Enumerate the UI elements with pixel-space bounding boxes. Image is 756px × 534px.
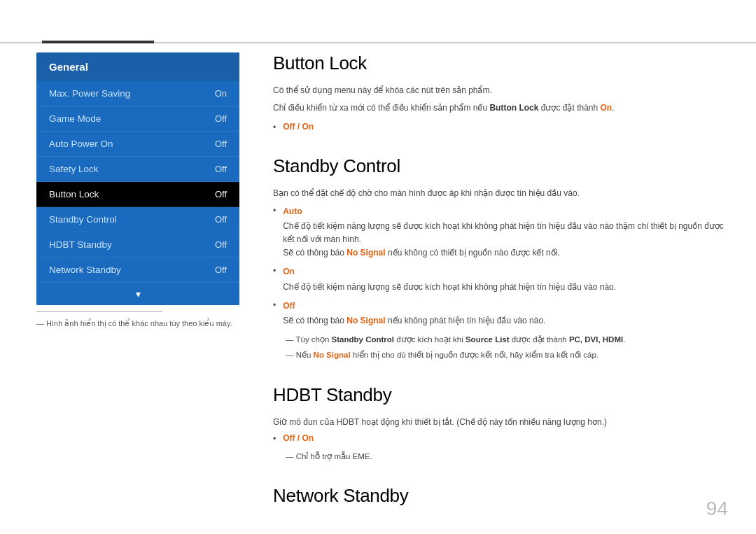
bullet-dot-hdbt: • [273, 434, 276, 444]
standby-control-desc1: Bạn có thể đặt chế độ chờ cho màn hình đ… [273, 187, 728, 200]
standby-control-off-label: Off [283, 300, 545, 313]
standby-control-no-signal1: No Signal [346, 248, 385, 258]
standby-control-bullet-on: • On Chế độ tiết kiệm năng lượng sẽ được… [273, 265, 728, 293]
standby-control-bullet-off: • Off Sẽ có thông báo No Signal nếu khôn… [273, 300, 728, 328]
hdbt-standby-bullet: • Off / On [273, 433, 728, 444]
sidebar-note-line [36, 311, 162, 312]
standby-control-auto-line2-suf: nếu không có thiết bị nguồn nào được kết… [386, 248, 560, 258]
standby-control-dash1: — Tùy chọn Standby Control được kích hoạ… [286, 333, 728, 346]
sidebar-item-game-mode[interactable]: Game Mode Off [36, 106, 239, 132]
sidebar-note: — Hình ảnh hiển thị có thể khác nhau tùy… [36, 311, 239, 328]
sidebar-header: General [36, 52, 239, 81]
button-lock-bullet: • Off / On [273, 122, 728, 133]
standby-control-no-signal2: No Signal [346, 316, 385, 325]
button-lock-desc2-pre: Chỉ điều khiển từ xa mới có thể điều khi… [273, 103, 489, 113]
dash1-end: . [623, 335, 625, 344]
dash1-highlight2: Source List [465, 335, 510, 344]
standby-control-auto-content: Auto Chế độ tiết kiệm năng lượng sẽ được… [283, 205, 728, 260]
sidebar: General Max. Power Saving On Game Mode O… [36, 52, 239, 305]
hdbt-standby-bullet-label: Off / On [283, 433, 314, 443]
sidebar-note-text: — Hình ảnh hiển thị có thể khác nhau tùy… [36, 319, 239, 328]
dash1-pre: — Tùy chọn [286, 335, 332, 344]
button-lock-highlight2: On [601, 103, 612, 113]
standby-control-title: Standby Control [273, 155, 728, 177]
standby-control-bullet-auto: • Auto Chế độ tiết kiệm năng lượng sẽ đư… [273, 205, 728, 260]
main-content: Button Lock Có thể sử dụng menu này để k… [273, 52, 728, 506]
sidebar-item-safety-lock[interactable]: Safety Lock Off [36, 157, 239, 182]
standby-control-auto-line1: Chế độ tiết kiệm năng lượng sẽ được kích… [283, 221, 724, 244]
button-lock-title: Button Lock [273, 52, 728, 74]
button-lock-bullet-label: Off / On [283, 122, 314, 132]
bullet-dot-auto: • [273, 206, 276, 216]
sidebar-item-hdbt-standby[interactable]: HDBT Standby Off [36, 232, 239, 258]
sidebar-item-network-standby[interactable]: Network Standby Off [36, 258, 239, 283]
dash2-highlight1: No Signal [314, 351, 351, 359]
standby-control-auto-label: Auto [283, 205, 728, 218]
button-lock-highlight1: Button Lock [489, 103, 538, 113]
sidebar-item-max-power-saving[interactable]: Max. Power Saving On [36, 81, 239, 106]
chevron-down-icon: ▾ [136, 288, 141, 300]
dash2-pre: — Nếu [286, 351, 314, 359]
bullet-dot-off: • [273, 300, 276, 310]
standby-control-auto-line2-pre: Sẽ có thông báo [283, 248, 346, 258]
hdbt-standby-dash1: — Chỉ hỗ trợ mẫu EME. [286, 450, 728, 463]
page-number: 94 [706, 498, 728, 520]
standby-control-off-line1-pre: Sẽ có thông báo [283, 316, 346, 325]
dash1-mid: được kích hoạt khi [394, 335, 465, 344]
section-button-lock: Button Lock Có thể sử dụng menu này để k… [273, 52, 728, 133]
sidebar-item-standby-control[interactable]: Standby Control Off [36, 207, 239, 232]
hdbt-standby-desc1: Giữ mô đun của HDBT hoạt động khi thiết … [273, 416, 728, 429]
dash1-highlight1: Standby Control [332, 335, 394, 344]
hdbt-standby-title: HDBT Standby [273, 384, 728, 406]
button-lock-desc2-end: . [612, 103, 614, 113]
bullet-dot: • [273, 122, 276, 132]
button-lock-desc2: Chỉ điều khiển từ xa mới có thể điều khi… [273, 101, 728, 115]
bullet-dot-on: • [273, 266, 276, 276]
top-border-accent [42, 41, 154, 43]
sidebar-chevron[interactable]: ▾ [36, 283, 239, 305]
dash2-mid: hiển thị cho dù thiết bị nguồn được kết … [351, 351, 598, 359]
standby-control-on-content: On Chế độ tiết kiệm năng lượng sẽ được k… [283, 265, 616, 293]
sidebar-item-auto-power-on[interactable]: Auto Power On Off [36, 132, 239, 157]
sidebar-item-button-lock[interactable]: Button Lock Off [36, 182, 239, 207]
standby-control-on-label: On [283, 265, 616, 279]
standby-control-off-content: Off Sẽ có thông báo No Signal nếu không … [283, 300, 545, 328]
dash1-mid2: được đặt thành [510, 335, 569, 344]
standby-control-dash2: — Nếu No Signal hiển thị cho dù thiết bị… [286, 349, 728, 361]
dash1-highlight3: PC, DVI, HDMI [569, 335, 623, 344]
button-lock-desc2-mid: được đặt thành [538, 103, 600, 113]
section-network-standby: Network Standby Tính năng này giữ nguồn … [273, 485, 728, 506]
network-standby-title: Network Standby [273, 485, 728, 506]
standby-control-off-line1-suf: nếu không phát hiện tín hiệu đầu vào nào… [386, 316, 546, 325]
standby-control-on-line1: Chế độ tiết kiệm năng lượng sẽ được kích… [283, 282, 616, 292]
section-hdbt-standby: HDBT Standby Giữ mô đun của HDBT hoạt độ… [273, 384, 728, 463]
button-lock-desc1: Có thể sử dụng menu này để khóa các nút … [273, 84, 728, 97]
section-standby-control: Standby Control Bạn có thể đặt chế độ ch… [273, 155, 728, 361]
